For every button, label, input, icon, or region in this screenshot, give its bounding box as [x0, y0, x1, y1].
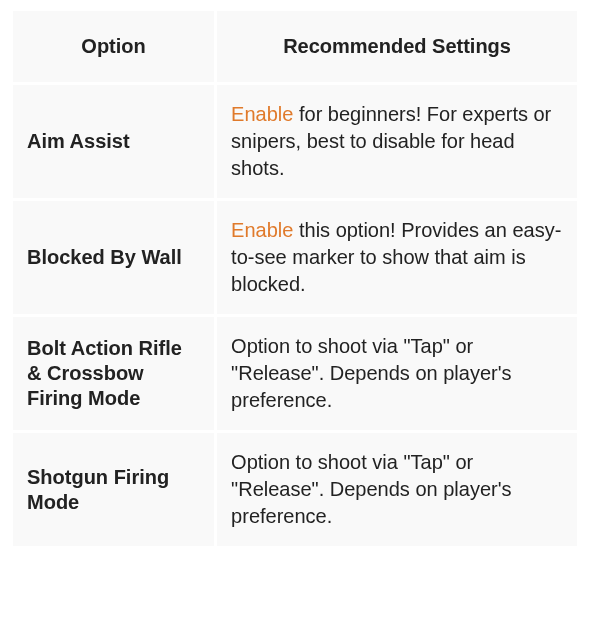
- header-recommended: Recommended Settings: [216, 10, 579, 84]
- table-row: Shotgun Firing Mode Option to shoot via …: [12, 432, 579, 548]
- recommended-text: Option to shoot via "Tap" or "Release". …: [231, 335, 511, 411]
- option-cell: Bolt Action Rifle & Crossbow Firing Mode: [12, 316, 216, 432]
- header-option: Option: [12, 10, 216, 84]
- recommended-cell: Option to shoot via "Tap" or "Release". …: [216, 316, 579, 432]
- table-header-row: Option Recommended Settings: [12, 10, 579, 84]
- highlight-text: Enable: [231, 103, 293, 125]
- recommended-cell: Enable for beginners! For experts or sni…: [216, 84, 579, 200]
- table-row: Aim Assist Enable for beginners! For exp…: [12, 84, 579, 200]
- table-row: Bolt Action Rifle & Crossbow Firing Mode…: [12, 316, 579, 432]
- table-row: Blocked By Wall Enable this option! Prov…: [12, 200, 579, 316]
- highlight-text: Enable: [231, 219, 293, 241]
- recommended-cell: Option to shoot via "Tap" or "Release". …: [216, 432, 579, 548]
- option-cell: Aim Assist: [12, 84, 216, 200]
- recommended-cell: Enable this option! Provides an easy-to-…: [216, 200, 579, 316]
- option-cell: Shotgun Firing Mode: [12, 432, 216, 548]
- recommended-text: Option to shoot via "Tap" or "Release". …: [231, 451, 511, 527]
- settings-table: Option Recommended Settings Aim Assist E…: [10, 8, 580, 549]
- option-cell: Blocked By Wall: [12, 200, 216, 316]
